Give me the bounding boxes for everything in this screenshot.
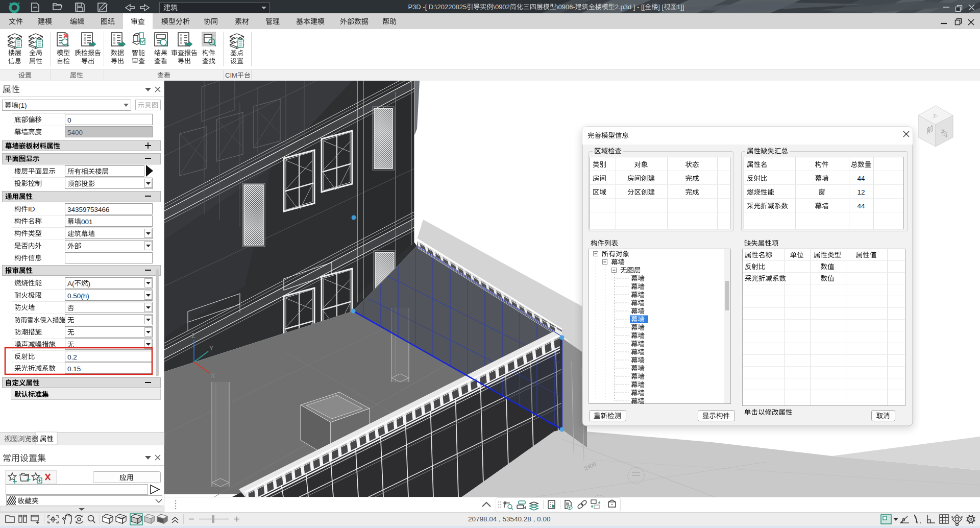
svg-text:Y: Y <box>209 344 214 352</box>
svg-text:2.p3d ] - [[: 2.p3d ] - [[ <box>615 3 645 11</box>
svg-text:0.15: 0.15 <box>67 365 81 373</box>
svg-text:5400: 5400 <box>67 129 83 136</box>
svg-text:): ) <box>88 280 91 287</box>
svg-text:1]]: 1]] <box>677 3 684 11</box>
svg-text:001: 001 <box>81 218 93 226</box>
svg-text:CIM: CIM <box>225 71 237 79</box>
svg-text:0.50(h): 0.50(h) <box>67 292 89 300</box>
svg-text:\0902: \0902 <box>493 3 510 11</box>
svg-text:A(: A( <box>67 280 75 287</box>
svg-text:20798.04 , 53540.28 , 0.00: 20798.04 , 53540.28 , 0.00 <box>468 515 550 523</box>
svg-text:44: 44 <box>857 202 866 210</box>
svg-text:*: * <box>611 502 613 508</box>
svg-text:ID: ID <box>28 205 35 213</box>
svg-text:P3D -[ D:\20220825: P3D -[ D:\20220825 <box>408 3 467 11</box>
svg-text:0.2: 0.2 <box>67 353 77 361</box>
svg-text:X: X <box>211 372 215 379</box>
svg-text:] [: ] [ <box>658 3 664 11</box>
svg-text:\0906-: \0906- <box>556 3 575 11</box>
svg-text:Z: Z <box>191 332 195 340</box>
svg-text:34359753466: 34359753466 <box>67 206 110 213</box>
svg-text:12: 12 <box>857 188 865 196</box>
svg-text:44: 44 <box>857 175 866 182</box>
svg-text:(1): (1) <box>18 102 27 109</box>
svg-text:0: 0 <box>67 116 71 124</box>
